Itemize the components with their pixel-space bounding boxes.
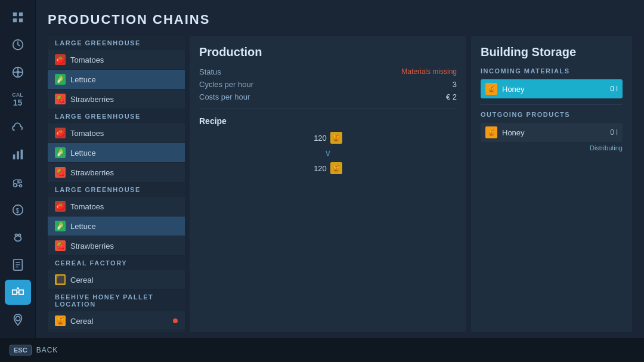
svg-point-28 (17, 287, 19, 290)
sidebar-item-stats[interactable] (5, 142, 31, 167)
sidebar-item-overview[interactable] (5, 5, 31, 30)
outgoing-honey-icon: 🍯 (485, 126, 497, 138)
sidebar-item-finance[interactable]: $ (5, 197, 31, 222)
status-row: Status Materials missing (199, 67, 457, 76)
lettuce-icon-3: 🥬 (55, 221, 66, 231)
incoming-honey-item: 🍯 Honey 0 l (481, 79, 623, 98)
svg-rect-2 (13, 18, 16, 22)
outgoing-header: OUTGOING PRODUCTS (481, 111, 623, 118)
status-value: Materials missing (401, 67, 457, 76)
svg-rect-11 (13, 154, 15, 159)
sidebar-item-map[interactable] (5, 307, 31, 332)
svg-rect-13 (20, 150, 23, 160)
sidebar-item-contracts[interactable] (5, 252, 31, 277)
chain-header-1: LARGE GREENHOUSE (48, 36, 185, 50)
sidebar-item-time[interactable] (5, 32, 31, 57)
distributing-label: Distributing (481, 144, 623, 151)
chain-item-label: Cereal (70, 276, 93, 284)
svg-rect-26 (18, 290, 23, 294)
strawberry-icon-1: 🍓 (55, 94, 66, 104)
sidebar-item-tractor[interactable] (5, 169, 31, 194)
recipe-output-amount: 120 (314, 164, 327, 173)
chain-item-tomatoes-1[interactable]: 🍅 Tomatoes (48, 50, 185, 70)
sidebar-item-animals[interactable] (5, 225, 31, 250)
recipe-title: Recipe (199, 116, 457, 126)
cycles-value: 3 (453, 80, 457, 89)
chain-item-label: Strawberries (70, 168, 114, 177)
chain-item-label: Cereal (70, 317, 93, 326)
main-content: PRODUCTION CHAINS LARGE GREENHOUSE 🍅 Tom… (36, 0, 644, 338)
chain-item-strawberries-1[interactable]: 🍓 Strawberries (48, 89, 185, 109)
costs-label: Costs per hour (199, 92, 250, 101)
columns-container: LARGE GREENHOUSE 🍅 Tomatoes 🥬 Lettuce 🍓 … (48, 36, 632, 332)
sidebar: CAL 15 $ (0, 0, 36, 362)
chain-item-label: Strawberries (70, 242, 114, 250)
chain-item-cereal[interactable]: ⬛ Cereal (48, 270, 185, 290)
chain-item-label: Lettuce (70, 148, 96, 157)
costs-row: Costs per hour € 2 (199, 92, 457, 101)
sidebar-item-production[interactable] (5, 280, 31, 305)
chain-item-strawberries-2[interactable]: 🍓 Strawberries (48, 163, 185, 182)
production-column: Production Status Materials missing Cycl… (190, 36, 466, 332)
sidebar-item-weather[interactable] (5, 115, 31, 140)
incoming-honey-value: 0 l (610, 85, 618, 93)
chain-header-3: LARGE GREENHOUSE (48, 182, 185, 197)
chain-item-label: Tomatoes (70, 202, 104, 211)
chain-column[interactable]: LARGE GREENHOUSE 🍅 Tomatoes 🥬 Lettuce 🍓 … (48, 36, 185, 332)
svg-point-19 (15, 234, 17, 236)
chain-item-label: Strawberries (70, 95, 114, 104)
incoming-honey-name: Honey (502, 85, 605, 94)
svg-rect-1 (18, 13, 22, 16)
page-title: PRODUCTION CHAINS (48, 12, 632, 27)
recipe-output-icon: 🍯 (330, 162, 342, 174)
recipe-input-amount: 120 (314, 134, 327, 143)
esc-key[interactable]: ESC (10, 345, 32, 355)
chain-item-tomatoes-2[interactable]: 🍅 Tomatoes (48, 123, 185, 143)
svg-point-15 (19, 184, 21, 187)
outgoing-honey-item: 🍯 Honey 0 l (481, 123, 623, 142)
sidebar-item-calendar[interactable]: CAL 15 (5, 87, 31, 112)
bottom-bar: ESC BACK (0, 338, 644, 362)
chain-item-lettuce-2[interactable]: 🥬 Lettuce (48, 143, 185, 163)
chain-item-strawberries-3[interactable]: 🍓 Strawberries (48, 236, 185, 256)
lettuce-icon-2: 🥬 (55, 147, 66, 158)
svg-rect-3 (18, 18, 22, 22)
cycles-row: Cycles per hour 3 (199, 80, 457, 89)
svg-point-20 (18, 234, 20, 236)
storage-title: Building Storage (481, 45, 623, 59)
outgoing-honey-value: 0 l (610, 128, 618, 137)
chain-item-label: Lettuce (70, 222, 96, 231)
svg-text:$: $ (16, 206, 19, 214)
svg-rect-25 (12, 290, 16, 294)
chain-item-label: Tomatoes (70, 55, 104, 64)
recipe-input: 120 🍯 (314, 132, 342, 144)
chain-item-lettuce-1[interactable]: 🥬 Lettuce (48, 70, 185, 89)
chain-item-lettuce-3[interactable]: 🥬 Lettuce (48, 216, 185, 236)
storage-divider (481, 104, 623, 105)
storage-column: Building Storage INCOMING MATERIALS 🍯 Ho… (471, 36, 632, 332)
outgoing-honey-name: Honey (502, 128, 605, 137)
recipe-output: 120 🍯 (314, 162, 342, 174)
production-title: Production (199, 45, 457, 59)
chain-item-label: Tomatoes (70, 129, 104, 138)
cycles-label: Cycles per hour (199, 80, 253, 89)
cereal-icon: ⬛ (55, 274, 66, 285)
chain-item-honey-pallet[interactable]: 🍯 Cereal (48, 311, 185, 331)
chain-header-2: LARGE GREENHOUSE (48, 109, 185, 123)
sidebar-item-steering[interactable] (5, 60, 31, 85)
tomato-icon-2: 🍅 (55, 128, 66, 138)
incoming-honey-icon: 🍯 (485, 83, 497, 95)
status-label: Status (199, 67, 221, 76)
honey-icon: 🍯 (55, 315, 66, 326)
svg-rect-0 (13, 13, 16, 16)
chain-item-label: Lettuce (70, 75, 96, 84)
strawberry-icon-3: 🍓 (55, 240, 66, 251)
lettuce-icon-1: 🥬 (55, 74, 66, 85)
svg-point-6 (16, 70, 20, 74)
svg-point-14 (13, 183, 17, 187)
back-label: BACK (36, 346, 58, 354)
svg-rect-12 (17, 151, 19, 160)
recipe-arrow: ∨ (324, 147, 332, 159)
chain-item-tomatoes-3[interactable]: 🍅 Tomatoes (48, 197, 185, 216)
svg-point-29 (16, 316, 20, 320)
